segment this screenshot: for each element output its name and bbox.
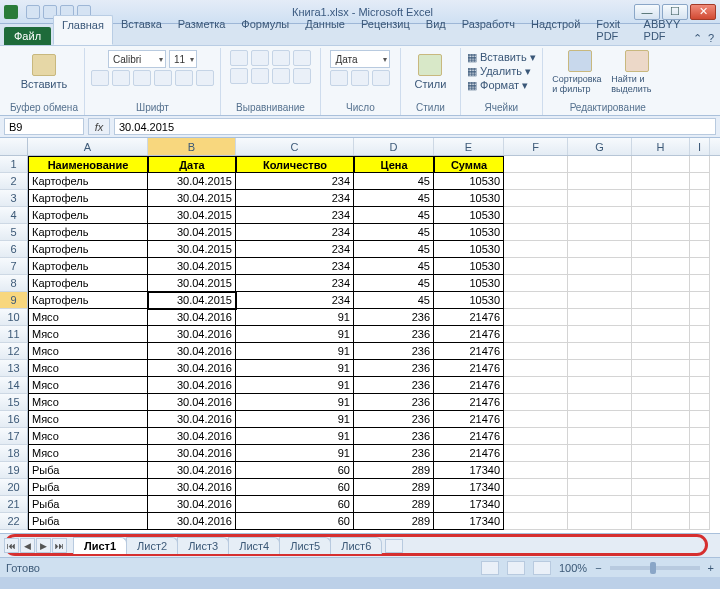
cell[interactable]: 60 <box>236 479 354 496</box>
row-header-7[interactable]: 7 <box>0 258 28 275</box>
cell[interactable]: 289 <box>354 513 434 530</box>
cell[interactable]: 21476 <box>434 309 504 326</box>
sheet-tab-4[interactable]: Лист5 <box>279 537 331 554</box>
cell[interactable]: 30.04.2015 <box>148 292 236 309</box>
cell[interactable]: 234 <box>236 275 354 292</box>
cell[interactable]: 30.04.2016 <box>148 394 236 411</box>
cell[interactable]: 30.04.2016 <box>148 360 236 377</box>
help-icon[interactable]: ? <box>708 32 714 45</box>
cell[interactable]: 236 <box>354 343 434 360</box>
col-header-D[interactable]: D <box>354 138 434 155</box>
header-cell[interactable]: Сумма <box>434 156 504 173</box>
select-all-corner[interactable] <box>0 138 28 155</box>
cell[interactable]: 30.04.2016 <box>148 513 236 530</box>
cell[interactable]: Рыба <box>28 496 148 513</box>
cell[interactable]: 10530 <box>434 258 504 275</box>
cell[interactable]: 91 <box>236 445 354 462</box>
row-header-3[interactable]: 3 <box>0 190 28 207</box>
cell[interactable]: 30.04.2016 <box>148 445 236 462</box>
cell[interactable]: 30.04.2015 <box>148 241 236 258</box>
cell[interactable]: 289 <box>354 479 434 496</box>
cell[interactable]: 17340 <box>434 513 504 530</box>
sheet-tab-2[interactable]: Лист3 <box>177 537 229 554</box>
cell[interactable]: Картофель <box>28 275 148 292</box>
new-sheet-button[interactable] <box>385 539 403 553</box>
cell[interactable]: Мясо <box>28 394 148 411</box>
fill-color-button[interactable] <box>175 70 193 86</box>
cell[interactable]: Рыба <box>28 479 148 496</box>
col-header-B[interactable]: B <box>148 138 236 155</box>
col-header-H[interactable]: H <box>632 138 690 155</box>
font-color-button[interactable] <box>196 70 214 86</box>
delete-cells-button[interactable]: ▦ Удалить ▾ <box>467 64 536 78</box>
cell[interactable]: 21476 <box>434 360 504 377</box>
row-header-11[interactable]: 11 <box>0 326 28 343</box>
cell[interactable]: 289 <box>354 496 434 513</box>
cell[interactable]: 45 <box>354 258 434 275</box>
cell[interactable]: 234 <box>236 258 354 275</box>
ribbon-tab-10[interactable]: ABBYY PDF <box>636 15 691 45</box>
header-cell[interactable]: Количество <box>236 156 354 173</box>
cell[interactable]: Мясо <box>28 360 148 377</box>
row-header-1[interactable]: 1 <box>0 156 28 173</box>
row-header-9[interactable]: 9 <box>0 292 28 309</box>
cell[interactable]: 60 <box>236 462 354 479</box>
align-left-button[interactable] <box>230 68 248 84</box>
row-header-16[interactable]: 16 <box>0 411 28 428</box>
border-button[interactable] <box>154 70 172 86</box>
format-cells-button[interactable]: ▦ Формат ▾ <box>467 78 536 92</box>
cell[interactable]: Мясо <box>28 326 148 343</box>
cell[interactable]: Картофель <box>28 224 148 241</box>
cell[interactable]: 91 <box>236 377 354 394</box>
cell[interactable]: 289 <box>354 462 434 479</box>
align-right-button[interactable] <box>272 68 290 84</box>
page-layout-view-button[interactable] <box>507 561 525 575</box>
col-header-I[interactable]: I <box>690 138 710 155</box>
row-header-2[interactable]: 2 <box>0 173 28 190</box>
cell[interactable]: 30.04.2016 <box>148 309 236 326</box>
align-middle-button[interactable] <box>251 50 269 66</box>
row-header-5[interactable]: 5 <box>0 224 28 241</box>
align-center-button[interactable] <box>251 68 269 84</box>
cell[interactable]: 10530 <box>434 241 504 258</box>
cell[interactable]: 17340 <box>434 479 504 496</box>
align-bottom-button[interactable] <box>272 50 290 66</box>
cell[interactable]: 234 <box>236 207 354 224</box>
col-header-E[interactable]: E <box>434 138 504 155</box>
cell[interactable]: Мясо <box>28 445 148 462</box>
cell[interactable]: 30.04.2016 <box>148 479 236 496</box>
zoom-slider[interactable] <box>610 566 700 570</box>
cell[interactable]: 236 <box>354 411 434 428</box>
font-size-combo[interactable]: 11 <box>169 50 197 68</box>
cell[interactable]: 30.04.2016 <box>148 496 236 513</box>
cell[interactable]: 236 <box>354 309 434 326</box>
cell[interactable]: 21476 <box>434 428 504 445</box>
italic-button[interactable] <box>112 70 130 86</box>
sheet-nav-last-icon[interactable]: ⏭ <box>52 538 67 553</box>
cell[interactable]: 21476 <box>434 377 504 394</box>
cell[interactable]: 30.04.2016 <box>148 462 236 479</box>
cell[interactable]: 91 <box>236 326 354 343</box>
name-box[interactable]: B9 <box>4 118 84 135</box>
cell[interactable]: 45 <box>354 207 434 224</box>
row-header-13[interactable]: 13 <box>0 360 28 377</box>
cell[interactable]: 60 <box>236 496 354 513</box>
number-format-combo[interactable]: Дата <box>330 50 390 68</box>
comma-button[interactable] <box>372 70 390 86</box>
sheet-nav-prev-icon[interactable]: ◀ <box>20 538 35 553</box>
cell[interactable]: 21476 <box>434 394 504 411</box>
cell[interactable]: Мясо <box>28 428 148 445</box>
ribbon-tab-5[interactable]: Рецензиц <box>353 15 418 45</box>
cell[interactable]: Картофель <box>28 173 148 190</box>
cell[interactable]: 45 <box>354 173 434 190</box>
merge-button[interactable] <box>293 68 311 84</box>
row-header-12[interactable]: 12 <box>0 343 28 360</box>
cell[interactable]: 30.04.2016 <box>148 343 236 360</box>
file-tab[interactable]: Файл <box>4 27 51 45</box>
ribbon-tab-8[interactable]: Надстрой <box>523 15 588 45</box>
bold-button[interactable] <box>91 70 109 86</box>
cell[interactable]: 234 <box>236 173 354 190</box>
cell[interactable]: 10530 <box>434 224 504 241</box>
cell[interactable]: Мясо <box>28 411 148 428</box>
sheet-tab-5[interactable]: Лист6 <box>330 537 382 554</box>
